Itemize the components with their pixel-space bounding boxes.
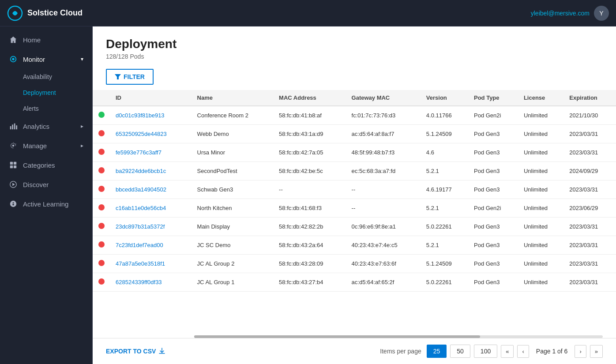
page-last-button[interactable]: » [590, 345, 603, 358]
sidebar-item-home[interactable]: Home [0, 30, 92, 49]
cell-id[interactable]: ba29224dde6bcb1c [110, 162, 192, 180]
status-dot-red [98, 223, 105, 229]
cell-gateway: ac:d5:64:af:8a:f7 [346, 125, 421, 143]
cell-name: SecondPodTest [192, 162, 274, 180]
export-button[interactable]: EXPORT TO CSV [106, 348, 165, 355]
sidebar-item-availability[interactable]: Availability [0, 69, 92, 85]
chevron-down-icon: ▾ [81, 56, 83, 62]
cell-version: 5.2.1 [421, 236, 469, 255]
status-cell [93, 106, 110, 125]
sidebar-item-deployment[interactable]: Deployment [0, 85, 92, 101]
page-info: Page 1 of 6 [536, 348, 568, 355]
cell-id[interactable]: 653250925de44823 [110, 125, 192, 143]
sidebar-item-active-learning[interactable]: Active Learning [0, 194, 92, 214]
cell-expiration: 2021/10/30 [564, 106, 616, 125]
col-pod-type: Pod Type [469, 90, 518, 106]
cell-id[interactable]: fe5993e776c3aff7 [110, 143, 192, 162]
cell-id[interactable]: 23dc897b31a5372f [110, 218, 192, 236]
cell-name: JC AL Group 1 [192, 273, 274, 292]
cell-pod-type: Pod Gen3 [469, 218, 518, 236]
cell-id[interactable]: 628524339ff0df33 [110, 273, 192, 292]
col-gateway: Gateway MAC [346, 90, 421, 106]
sidebar-item-discover[interactable]: Discover [0, 175, 92, 194]
cell-gateway: ac:d5:64:af:65:2f [346, 273, 421, 292]
cell-id[interactable]: 7c23fd1def7ead00 [110, 236, 192, 255]
sidebar-item-categories[interactable]: Categories [0, 155, 92, 175]
cell-id[interactable]: c16ab11e0de56cb4 [110, 199, 192, 218]
status-dot-red [98, 167, 105, 173]
sidebar-item-monitor-label: Monitor [23, 56, 45, 63]
cell-name: JC SC Demo [192, 236, 274, 255]
table-row: fe5993e776c3aff7Ursa Minor58:fc:db:42:7a… [93, 143, 616, 162]
cell-version: 5.0.22261 [421, 273, 469, 292]
avatar[interactable]: Y [594, 6, 609, 21]
cell-mac: 58:fc:db:43:1a:d9 [274, 125, 346, 143]
page-first-button[interactable]: « [501, 345, 514, 358]
content-area: Deployment 128/128 Pods FILTER ID Name M… [93, 26, 616, 364]
filter-button[interactable]: FILTER [106, 69, 154, 85]
table-row: 23dc897b31a5372fMain Display58:fc:db:42:… [93, 218, 616, 236]
scrollbar-thumb [194, 335, 480, 338]
cell-name: Conference Room 2 [192, 106, 274, 125]
table-row: d0c01c93f81be913Conference Room 258:fc:d… [93, 106, 616, 125]
page-title: Deployment [106, 37, 603, 51]
table-row: 628524339ff0df33JC AL Group 158:fc:db:43… [93, 273, 616, 292]
page-next-button[interactable]: › [575, 345, 586, 358]
cell-mac: 58:fc:db:41:68:f3 [274, 199, 346, 218]
cell-mac: 58:fc:db:42:7a:05 [274, 143, 346, 162]
cell-name: Ursa Minor [192, 143, 274, 162]
cell-expiration: 2023/06/29 [564, 199, 616, 218]
sidebar-item-alerts[interactable]: Alerts [0, 101, 92, 116]
chevron-right-icon-analytics: ▸ [81, 123, 83, 129]
cell-license: Unlimited [518, 236, 564, 255]
table-row: c16ab11e0de56cb4North Kitchen58:fc:db:41… [93, 199, 616, 218]
monitor-icon [9, 55, 18, 64]
per-page-100[interactable]: 100 [474, 345, 497, 358]
cell-id[interactable]: d0c01c93f81be913 [110, 106, 192, 125]
col-name: Name [192, 90, 274, 106]
cell-pod-type: Pod Gen3 [469, 143, 518, 162]
status-dot-red [98, 186, 105, 192]
cell-gateway: -- [346, 199, 421, 218]
cell-expiration: 2023/03/31 [564, 218, 616, 236]
topbar: Solstice Cloud yleibel@mersive.com Y [0, 0, 616, 26]
cell-mac: 58:fc:db:43:27:b4 [274, 273, 346, 292]
cell-mac: 58:fc:db:43:28:09 [274, 255, 346, 273]
items-per-page-label: Items per page [380, 348, 421, 355]
sidebar-monitor-sub: Availability Deployment Alerts [0, 69, 92, 116]
col-version: Version [421, 90, 469, 106]
sidebar-item-manage[interactable]: Manage ▸ [0, 136, 92, 155]
cell-name: North Kitchen [192, 199, 274, 218]
toolbar: FILTER [93, 65, 616, 90]
per-page-25[interactable]: 25 [427, 345, 447, 358]
page-prev-button[interactable]: ‹ [517, 345, 529, 358]
svg-rect-5 [14, 124, 15, 130]
scrollbar-track[interactable] [194, 335, 603, 338]
svg-rect-3 [10, 126, 11, 129]
cell-id[interactable]: bbcedd3a14904502 [110, 180, 192, 199]
cell-version: 5.2.1 [421, 199, 469, 218]
sidebar-item-active-learning-label: Active Learning [23, 200, 68, 208]
svg-rect-4 [12, 124, 13, 129]
cell-license: Unlimited [518, 199, 564, 218]
sidebar-item-monitor[interactable]: Monitor ▾ [0, 49, 92, 69]
topbar-right: yleibel@mersive.com Y [531, 6, 609, 21]
cell-id[interactable]: 47a87a5e0e3518f1 [110, 255, 192, 273]
table-wrapper[interactable]: ID Name MAC Address Gateway MAC Version … [93, 90, 616, 335]
cell-license: Unlimited [518, 106, 564, 125]
table-row: 7c23fd1def7ead00JC SC Demo58:fc:db:43:2a… [93, 236, 616, 255]
table-row: 653250925de44823Webb Demo58:fc:db:43:1a:… [93, 125, 616, 143]
cell-expiration: 2023/03/31 [564, 273, 616, 292]
cell-license: Unlimited [518, 255, 564, 273]
status-dot-red [98, 149, 105, 155]
status-dot-red [98, 278, 105, 285]
manage-icon [9, 141, 18, 150]
svg-marker-13 [12, 183, 15, 186]
logo-icon [7, 5, 23, 21]
col-license: License [518, 90, 564, 106]
analytics-icon [9, 122, 18, 131]
cell-license: Unlimited [518, 125, 564, 143]
status-cell [93, 236, 110, 255]
per-page-50[interactable]: 50 [450, 345, 470, 358]
sidebar-item-analytics[interactable]: Analytics ▸ [0, 116, 92, 136]
